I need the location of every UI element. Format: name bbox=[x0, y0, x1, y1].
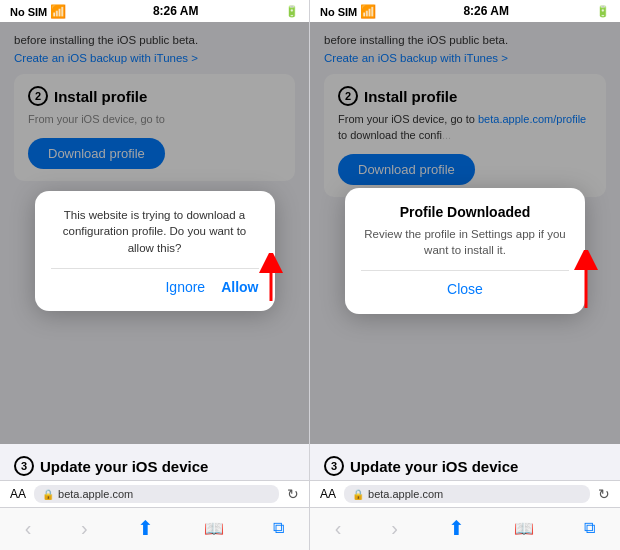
left-time: 8:26 AM bbox=[153, 4, 199, 18]
right-status-bar: No SIM 📶 8:26 AM 🔋 bbox=[310, 0, 620, 22]
left-update-num: 3 bbox=[14, 456, 34, 476]
right-bookmarks-button[interactable]: 📖 bbox=[506, 517, 542, 540]
right-overlay: Profile Downloaded Review the profile in… bbox=[310, 22, 620, 480]
left-lock-icon: 🔒 bbox=[42, 489, 54, 500]
right-url-text: beta.apple.com bbox=[368, 488, 443, 500]
left-bottom-nav: ‹ › ⬆ 📖 ⧉ bbox=[0, 507, 309, 550]
right-bottom-nav: ‹ › ⬆ 📖 ⧉ bbox=[310, 507, 620, 550]
left-share-button[interactable]: ⬆ bbox=[129, 514, 162, 542]
right-update-title: Update your iOS device bbox=[350, 458, 518, 475]
left-address-bar: AA 🔒 beta.apple.com ↻ bbox=[0, 480, 309, 507]
left-ignore-button[interactable]: Ignore bbox=[165, 279, 205, 295]
left-dialog: This website is trying to download a con… bbox=[35, 191, 275, 310]
left-bookmarks-button[interactable]: 📖 bbox=[196, 517, 232, 540]
right-time: 8:26 AM bbox=[463, 4, 509, 18]
left-allow-button[interactable]: Allow bbox=[221, 279, 258, 295]
left-reload-icon[interactable]: ↻ bbox=[287, 486, 299, 502]
right-page-content: before installing the iOS public beta. C… bbox=[310, 22, 620, 480]
left-dialog-body: This website is trying to download a con… bbox=[51, 207, 259, 255]
left-overlay: This website is trying to download a con… bbox=[0, 22, 309, 480]
left-back-button[interactable]: ‹ bbox=[17, 515, 40, 542]
right-share-button[interactable]: ⬆ bbox=[440, 514, 473, 542]
right-close-button[interactable]: Close bbox=[361, 270, 569, 297]
left-page-content: before installing the iOS public beta. C… bbox=[0, 22, 309, 480]
right-carrier: No SIM 📶 bbox=[320, 4, 376, 19]
left-url-text: beta.apple.com bbox=[58, 488, 133, 500]
right-aa-label[interactable]: AA bbox=[320, 487, 336, 501]
left-status-icons: 🔋 bbox=[285, 5, 299, 18]
left-phone-panel: No SIM 📶 8:26 AM 🔋 before installing the… bbox=[0, 0, 310, 550]
left-update-section: 3 Update your iOS device bbox=[0, 444, 309, 480]
right-downloaded-dialog: Profile Downloaded Review the profile in… bbox=[345, 188, 585, 314]
right-update-num: 3 bbox=[324, 456, 344, 476]
left-forward-button[interactable]: › bbox=[73, 515, 96, 542]
right-status-icons: 🔋 bbox=[596, 5, 610, 18]
right-tabs-button[interactable]: ⧉ bbox=[576, 517, 603, 539]
left-tabs-button[interactable]: ⧉ bbox=[265, 517, 292, 539]
left-status-bar: No SIM 📶 8:26 AM 🔋 bbox=[0, 0, 309, 22]
right-update-section: 3 Update your iOS device bbox=[310, 444, 620, 480]
left-battery-icon: 🔋 bbox=[285, 5, 299, 18]
left-url-pill[interactable]: 🔒 beta.apple.com bbox=[34, 485, 279, 503]
right-dialog-title: Profile Downloaded bbox=[361, 204, 569, 220]
right-forward-button[interactable]: › bbox=[383, 515, 406, 542]
right-back-button[interactable]: ‹ bbox=[327, 515, 350, 542]
right-update-header: 3 Update your iOS device bbox=[324, 456, 606, 476]
right-dialog-body: Review the profile in Settings app if yo… bbox=[361, 226, 569, 258]
right-url-pill[interactable]: 🔒 beta.apple.com bbox=[344, 485, 590, 503]
left-carrier: No SIM 📶 bbox=[10, 4, 66, 19]
left-dialog-actions: Ignore Allow bbox=[51, 268, 259, 295]
right-phone-panel: No SIM 📶 8:26 AM 🔋 before installing the… bbox=[310, 0, 620, 550]
left-update-title: Update your iOS device bbox=[40, 458, 208, 475]
left-aa-label[interactable]: AA bbox=[10, 487, 26, 501]
right-battery-icon: 🔋 bbox=[596, 5, 610, 18]
right-lock-icon: 🔒 bbox=[352, 489, 364, 500]
right-reload-icon[interactable]: ↻ bbox=[598, 486, 610, 502]
left-update-header: 3 Update your iOS device bbox=[14, 456, 295, 476]
right-address-bar: AA 🔒 beta.apple.com ↻ bbox=[310, 480, 620, 507]
